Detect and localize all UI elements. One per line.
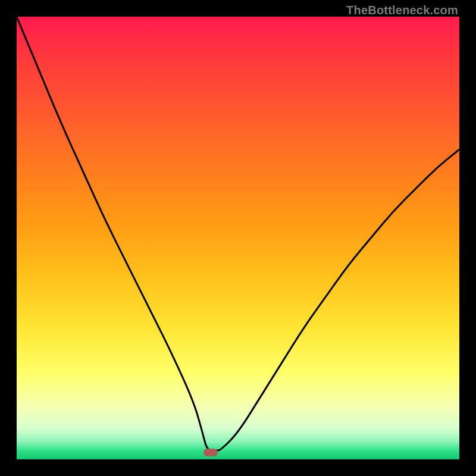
chart-frame: TheBottleneck.com — [0, 0, 476, 476]
watermark-text: TheBottleneck.com — [346, 4, 458, 17]
marker-point — [203, 449, 218, 456]
curve-svg — [17, 17, 459, 459]
plot-area — [17, 17, 459, 459]
curve-path — [17, 17, 459, 450]
